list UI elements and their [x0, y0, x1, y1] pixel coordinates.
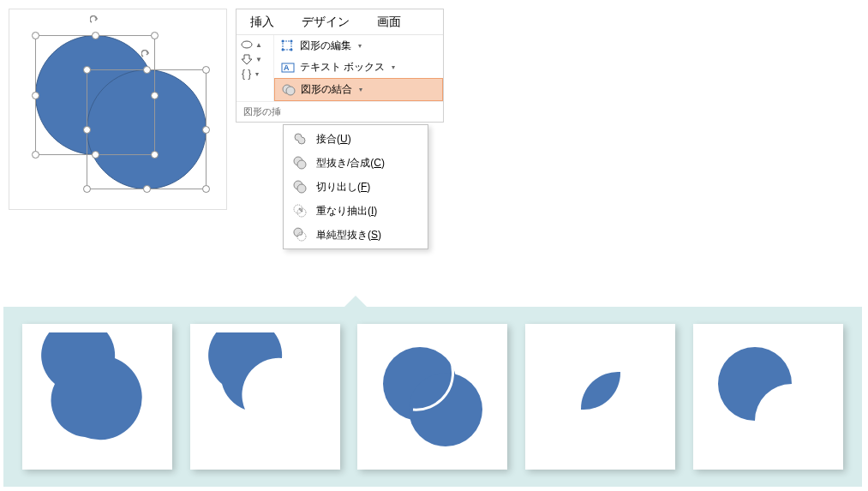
combine-icon [292, 155, 308, 171]
selection-handle[interactable] [83, 126, 91, 134]
edit-shape-button[interactable]: 図形の編集 ▾ [274, 35, 443, 57]
tab-design[interactable]: デザイン [288, 9, 363, 35]
union-icon [292, 131, 308, 147]
svg-text:{ }: { } [242, 68, 251, 80]
selection-handle[interactable] [32, 92, 39, 99]
text-box-label: テキスト ボックス [300, 60, 385, 75]
selection-handle[interactable] [92, 32, 99, 39]
oval-shape-icon [240, 39, 254, 51]
result-union [22, 324, 172, 470]
fragment-icon [292, 179, 308, 195]
subtract-icon [292, 227, 308, 243]
selection-handle[interactable] [151, 32, 159, 39]
chevron-down-icon: ▾ [359, 86, 362, 93]
svg-text:A: A [284, 63, 290, 72]
menu-item-label: 切り出し(F) [316, 180, 370, 195]
intersect-icon [292, 203, 308, 219]
menu-combine[interactable]: 型抜き/合成(C) [284, 151, 428, 175]
selection-handle[interactable] [83, 185, 91, 193]
svg-point-14 [297, 184, 306, 193]
chevron-down-icon: ▲ [255, 41, 262, 49]
selection-handle[interactable] [32, 32, 39, 39]
tab-insert[interactable]: 挿入 [236, 9, 288, 35]
svg-point-4 [290, 39, 293, 42]
menu-item-label: 型抜き/合成(C) [316, 156, 385, 171]
merge-shapes-label: 図形の結合 [301, 82, 352, 97]
svg-point-0 [242, 41, 252, 48]
rotate-handle-icon[interactable] [90, 15, 100, 26]
shape-gallery[interactable]: ▲ ▼ { } ▾ [236, 35, 274, 101]
merge-shapes-button[interactable]: 図形の結合 ▾ [274, 78, 443, 101]
selection-handle[interactable] [202, 66, 210, 74]
combine-result-shape [201, 332, 329, 461]
union-result-shape [33, 332, 162, 461]
edit-points-icon [281, 39, 295, 53]
selection-handle[interactable] [32, 151, 39, 159]
ribbon-group-label: 図形の挿 [236, 101, 443, 122]
rotate-handle-icon[interactable] [141, 50, 152, 60]
selection-handle[interactable] [202, 185, 210, 193]
ribbon-panel: 挿入 デザイン 画面 ▲ ▼ { } ▾ [236, 9, 444, 123]
result-fragment [357, 324, 507, 470]
text-box-button[interactable]: A テキスト ボックス ▾ [274, 57, 443, 78]
chevron-down-icon: ▼ [255, 56, 262, 63]
menu-item-label: 重なり抽出(I) [316, 204, 377, 219]
intersect-result-shape [536, 332, 665, 461]
drawing-canvas[interactable] [9, 9, 227, 210]
svg-point-5 [282, 48, 284, 51]
fragment-result-shape [368, 332, 497, 461]
selection-handle[interactable] [143, 185, 151, 193]
result-subtract [693, 324, 843, 470]
result-combine [190, 324, 340, 470]
merge-shapes-menu: 接合(U) 型抜き/合成(C) 切り出し(F) 重なり抽出(I) 単純型抜き(S… [283, 124, 428, 249]
svg-point-6 [290, 48, 293, 51]
svg-point-10 [286, 87, 295, 95]
svg-point-12 [297, 160, 306, 169]
selection-handle[interactable] [202, 126, 210, 134]
subtract-result-shape [703, 332, 832, 461]
result-intersect [525, 324, 675, 470]
selection-box-2 [87, 69, 207, 189]
edit-shape-label: 図形の編集 [300, 39, 351, 53]
menu-fragment[interactable]: 切り出し(F) [284, 175, 428, 199]
merge-shapes-icon [282, 83, 296, 97]
chevron-down-icon: ▾ [392, 63, 395, 71]
menu-subtract[interactable]: 単純型抜き(S) [284, 223, 428, 247]
menu-item-label: 単純型抜き(S) [316, 228, 381, 243]
merge-results-row [3, 307, 862, 487]
chevron-down-icon: ▾ [358, 42, 362, 50]
text-box-icon: A [281, 61, 295, 75]
chevron-down-icon: ▾ [255, 70, 259, 78]
arrow-down-shape-icon [240, 53, 254, 65]
menu-item-label: 接合(U) [316, 132, 351, 147]
tab-screen[interactable]: 画面 [363, 9, 415, 35]
ribbon-tabs: 挿入 デザイン 画面 [236, 9, 443, 35]
menu-union[interactable]: 接合(U) [284, 127, 428, 151]
svg-point-3 [282, 39, 284, 42]
menu-intersect[interactable]: 重なり抽出(I) [284, 199, 428, 223]
selection-handle[interactable] [143, 66, 151, 74]
brace-shape-icon: { } [240, 68, 254, 80]
selection-handle[interactable] [83, 66, 91, 74]
svg-rect-2 [283, 41, 291, 50]
